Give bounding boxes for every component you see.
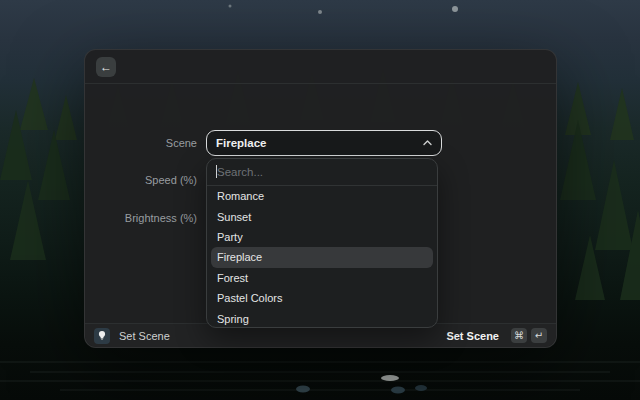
scene-label: Scene [85, 137, 197, 149]
arrow-left-icon: ← [100, 60, 112, 74]
set-scene-window: ← Scene Speed (%) Brightness (%) Firepla… [84, 49, 557, 348]
brightness-label: Brightness (%) [85, 212, 197, 224]
scene-select[interactable]: Fireplace [206, 130, 442, 156]
chevron-up-icon [422, 138, 432, 148]
command-name: Set Scene [119, 330, 170, 342]
back-button[interactable]: ← [96, 57, 116, 77]
dropdown-option-party[interactable]: Party [211, 227, 433, 247]
dropdown-option-pastel-colors[interactable]: Pastel Colors [211, 288, 433, 308]
dropdown-option-forest[interactable]: Forest [211, 268, 433, 288]
set-scene-action-button[interactable]: Set Scene [446, 330, 499, 342]
search-input[interactable] [207, 159, 437, 185]
dropdown-option-sunset[interactable]: Sunset [211, 206, 433, 226]
return-key-icon: ↵ [531, 328, 547, 343]
speed-label: Speed (%) [85, 174, 197, 186]
dropdown-option-spring[interactable]: Spring [211, 308, 433, 328]
scene-dropdown-panel: Romance Sunset Party Fireplace Forest Pa… [206, 158, 438, 328]
dropdown-option-fireplace[interactable]: Fireplace [211, 247, 433, 267]
dropdown-option-romance[interactable]: Romance [211, 186, 433, 206]
desktop-wallpaper: ← Scene Speed (%) Brightness (%) Firepla… [0, 0, 640, 400]
window-header: ← [85, 50, 556, 84]
scene-select-value: Fireplace [216, 137, 422, 149]
lightbulb-icon [94, 328, 110, 344]
command-key-icon: ⌘ [511, 328, 527, 343]
dropdown-search-row [207, 159, 437, 185]
text-caret [216, 165, 217, 178]
